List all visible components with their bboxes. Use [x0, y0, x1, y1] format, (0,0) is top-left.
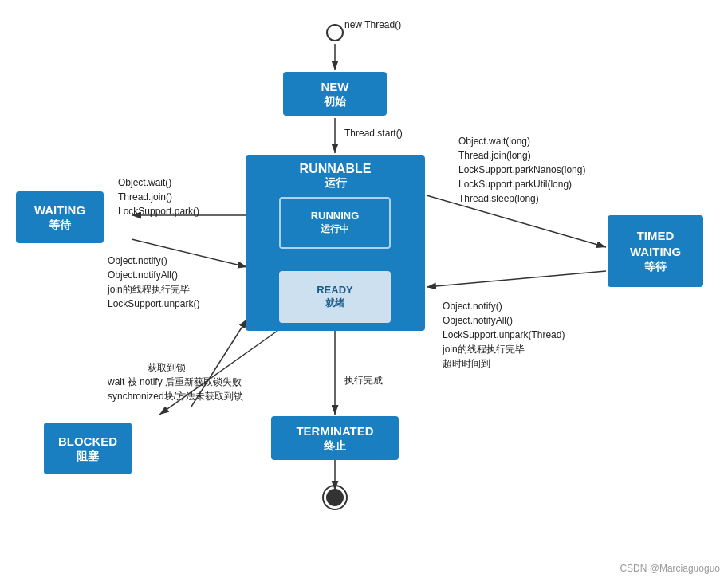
label-from-timed-waiting: Object.notify()Object.notifyAll()LockSup… — [443, 299, 565, 371]
state-waiting: WAITING 等待 — [16, 191, 104, 243]
state-blocked-zh: 阻塞 — [77, 449, 99, 463]
state-timed-waiting: TIMEDWAITING 等待 — [608, 215, 703, 287]
state-timed-waiting-en: TIMEDWAITING — [630, 228, 681, 259]
state-waiting-en: WAITING — [34, 203, 85, 218]
state-ready: READY 就绪 — [279, 271, 391, 323]
label-to-waiting-text: Object.wait()Thread.join()LockSupport.pa… — [118, 177, 199, 217]
start-circle — [326, 24, 344, 41]
label-to-blocked: wait 被 notify 后重新获取锁失败synchronized块/方法未获… — [108, 375, 243, 403]
state-new-zh: 初始 — [324, 94, 346, 108]
state-terminated: TERMINATED 终止 — [271, 416, 399, 460]
state-blocked: BLOCKED 阻塞 — [44, 423, 132, 474]
state-ready-zh: 就绪 — [325, 297, 344, 310]
watermark: CSDN @Marciaguoguo — [620, 563, 720, 574]
state-terminated-zh: 终止 — [324, 438, 346, 453]
state-new: NEW 初始 — [283, 72, 387, 116]
label-to-timed-waiting-text: Object.wait(long)Thread.join(long)LockSu… — [458, 136, 585, 204]
state-timed-waiting-zh: 等待 — [644, 259, 667, 273]
label-to-waiting: Object.wait()Thread.join()LockSupport.pa… — [118, 175, 199, 218]
state-runnable-en: RUNNABLE — [246, 162, 425, 176]
label-from-timed-waiting-text: Object.notify()Object.notifyAll()LockSup… — [443, 301, 565, 369]
state-new-en: NEW — [321, 79, 349, 95]
state-blocked-en: BLOCKED — [58, 434, 117, 450]
state-running: RUNNING 运行中 — [279, 197, 391, 249]
label-thread-start: Thread.start() — [344, 126, 403, 140]
label-get-lock: 获取到锁 — [148, 360, 186, 375]
label-to-timed-waiting: Object.wait(long)Thread.join(long)LockSu… — [458, 134, 585, 206]
label-from-waiting: Object.notify()Object.notifyAll()join的线程… — [108, 254, 199, 311]
state-terminated-en: TERMINATED — [296, 423, 373, 439]
label-to-blocked-text: wait 被 notify 后重新获取锁失败synchronized块/方法未获… — [108, 376, 243, 402]
diagram-container: new Thread() NEW 初始 Thread.start() RUNNA… — [0, 0, 728, 582]
state-runnable-zh: 运行 — [246, 176, 425, 191]
state-running-en: RUNNING — [311, 210, 360, 223]
label-new-thread: new Thread() — [344, 18, 401, 32]
label-from-waiting-text: Object.notify()Object.notifyAll()join的线程… — [108, 255, 199, 309]
end-circle-outer — [322, 485, 348, 510]
state-running-zh: 运行中 — [321, 223, 349, 236]
svg-line-7 — [427, 271, 606, 287]
state-waiting-zh: 等待 — [49, 218, 71, 232]
state-ready-en: READY — [317, 284, 353, 297]
state-runnable: RUNNABLE 运行 RUNNING 运行中 READY 就绪 — [246, 155, 425, 331]
label-exec-complete: 执行完成 — [344, 373, 383, 387]
